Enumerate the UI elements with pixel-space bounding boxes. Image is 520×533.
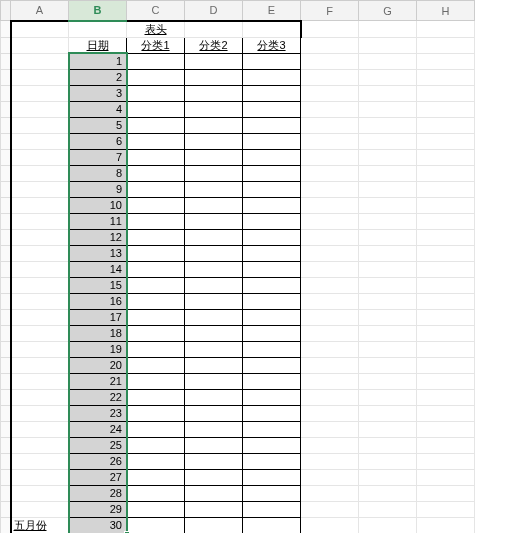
date-cell-2[interactable]: 2 <box>69 69 127 85</box>
cell-g-17[interactable] <box>359 309 417 325</box>
cell-f-15[interactable] <box>301 277 359 293</box>
cell-h-7[interactable] <box>417 149 475 165</box>
cell-h-13[interactable] <box>417 245 475 261</box>
cell-d-17[interactable] <box>185 309 243 325</box>
cell-h-29[interactable] <box>417 501 475 517</box>
cell-e-2[interactable] <box>243 69 301 85</box>
cell-e-29[interactable] <box>243 501 301 517</box>
cell-g-19[interactable] <box>359 341 417 357</box>
cell-g-hdr[interactable] <box>359 37 417 53</box>
cell-f-26[interactable] <box>301 453 359 469</box>
row-header[interactable] <box>1 181 11 197</box>
cell-a-1[interactable] <box>11 53 69 69</box>
cell-e-1[interactable] <box>243 53 301 69</box>
row-header[interactable] <box>1 341 11 357</box>
cell-f-27[interactable] <box>301 469 359 485</box>
cell-f-8[interactable] <box>301 165 359 181</box>
cell-e-15[interactable] <box>243 277 301 293</box>
cell-e-9[interactable] <box>243 181 301 197</box>
date-cell-18[interactable]: 18 <box>69 325 127 341</box>
cell-c-2[interactable] <box>127 69 185 85</box>
row-header[interactable] <box>1 21 11 38</box>
cell-d-21[interactable] <box>185 373 243 389</box>
cell-f-22[interactable] <box>301 389 359 405</box>
cell-c-20[interactable] <box>127 357 185 373</box>
cell-c-14[interactable] <box>127 261 185 277</box>
col-header-F[interactable]: F <box>301 1 359 21</box>
cell-e-14[interactable] <box>243 261 301 277</box>
cell-a-5[interactable] <box>11 117 69 133</box>
date-cell-4[interactable]: 4 <box>69 101 127 117</box>
cell-h-12[interactable] <box>417 229 475 245</box>
cell-c-19[interactable] <box>127 341 185 357</box>
cell-a-20[interactable] <box>11 357 69 373</box>
cell-d-25[interactable] <box>185 437 243 453</box>
cell-a-27[interactable] <box>11 469 69 485</box>
cell-h-28[interactable] <box>417 485 475 501</box>
cell-f-17[interactable] <box>301 309 359 325</box>
cell-e-4[interactable] <box>243 101 301 117</box>
row-header[interactable] <box>1 245 11 261</box>
date-cell-20[interactable]: 20 <box>69 357 127 373</box>
cell-c-1[interactable] <box>127 53 185 69</box>
date-cell-27[interactable]: 27 <box>69 469 127 485</box>
cell-h-26[interactable] <box>417 453 475 469</box>
cell-c-11[interactable] <box>127 213 185 229</box>
row-header[interactable] <box>1 117 11 133</box>
row-header[interactable] <box>1 469 11 485</box>
cell-f-10[interactable] <box>301 197 359 213</box>
cell-a-22[interactable] <box>11 389 69 405</box>
date-cell-6[interactable]: 6 <box>69 133 127 149</box>
cell-d-19[interactable] <box>185 341 243 357</box>
cell-h-1[interactable] <box>417 53 475 69</box>
cell-a-12[interactable] <box>11 229 69 245</box>
cell-a-21[interactable] <box>11 373 69 389</box>
cell-g-11[interactable] <box>359 213 417 229</box>
cell-h-25[interactable] <box>417 437 475 453</box>
cell-e-8[interactable] <box>243 165 301 181</box>
cell-e-6[interactable] <box>243 133 301 149</box>
cell-c-23[interactable] <box>127 405 185 421</box>
cell-h-17[interactable] <box>417 309 475 325</box>
cell-d-12[interactable] <box>185 229 243 245</box>
cell-f-19[interactable] <box>301 341 359 357</box>
cell-g-8[interactable] <box>359 165 417 181</box>
cell-c-28[interactable] <box>127 485 185 501</box>
row-header[interactable] <box>1 405 11 421</box>
cell-g-21[interactable] <box>359 373 417 389</box>
cell-f-28[interactable] <box>301 485 359 501</box>
cell-d-28[interactable] <box>185 485 243 501</box>
cell-h-24[interactable] <box>417 421 475 437</box>
col-header-B[interactable]: B <box>69 1 127 21</box>
cell-a-15[interactable] <box>11 277 69 293</box>
cell-f-25[interactable] <box>301 437 359 453</box>
cell-h-6[interactable] <box>417 133 475 149</box>
col-header-D[interactable]: D <box>185 1 243 21</box>
cell-h-10[interactable] <box>417 197 475 213</box>
cell-f-18[interactable] <box>301 325 359 341</box>
cell-g-16[interactable] <box>359 293 417 309</box>
date-cell-10[interactable]: 10 <box>69 197 127 213</box>
cell-a-26[interactable] <box>11 453 69 469</box>
cell-f-5[interactable] <box>301 117 359 133</box>
cell-f-20[interactable] <box>301 357 359 373</box>
cell-d-24[interactable] <box>185 421 243 437</box>
cell-a-9[interactable] <box>11 181 69 197</box>
cell-c-12[interactable] <box>127 229 185 245</box>
date-cell-22[interactable]: 22 <box>69 389 127 405</box>
cell-g-22[interactable] <box>359 389 417 405</box>
cell-c-29[interactable] <box>127 501 185 517</box>
cell-c-7[interactable] <box>127 149 185 165</box>
cell-e-11[interactable] <box>243 213 301 229</box>
cell-e-22[interactable] <box>243 389 301 405</box>
cell-a-18[interactable] <box>11 325 69 341</box>
cell-a-6[interactable] <box>11 133 69 149</box>
cell-e-26[interactable] <box>243 453 301 469</box>
cell-h-8[interactable] <box>417 165 475 181</box>
cell-f-16[interactable] <box>301 293 359 309</box>
cell-e-3[interactable] <box>243 85 301 101</box>
cell-d-5[interactable] <box>185 117 243 133</box>
cell-g-10[interactable] <box>359 197 417 213</box>
cell-g-2[interactable] <box>359 69 417 85</box>
cell-e-7[interactable] <box>243 149 301 165</box>
